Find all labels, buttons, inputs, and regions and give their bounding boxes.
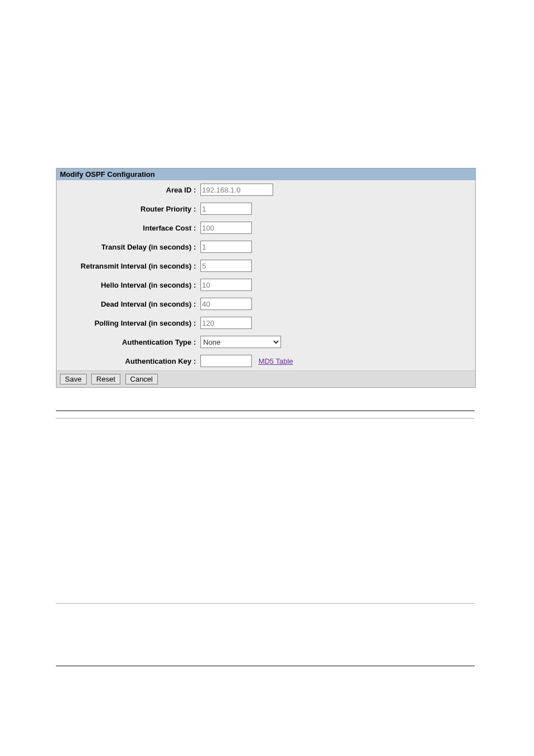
reset-button[interactable]: Reset [91,374,120,384]
ospf-config-panel: Modify OSPF Configuration Area ID : Rout… [56,168,476,388]
divider-4 [56,665,475,666]
hello-interval-input[interactable] [200,279,252,291]
area-id-label: Area ID : [57,180,198,199]
save-button[interactable]: Save [60,374,87,384]
panel-title: Modify OSPF Configuration [57,168,475,180]
polling-interval-label: Polling Interval (in seconds) : [57,313,198,332]
button-row: Save Reset Cancel [57,370,475,387]
router-priority-input[interactable] [200,203,252,215]
transit-delay-input[interactable] [200,241,252,253]
auth-type-label: Authentication Type : [57,332,198,351]
transit-delay-label: Transit Delay (in seconds) : [57,237,198,256]
auth-key-label: Authentication Key : [57,351,198,370]
retransmit-interval-label: Retransmit Interval (in seconds) : [57,256,198,275]
hello-interval-label: Hello Interval (in seconds) : [57,275,198,294]
config-form: Area ID : Router Priority : Interface Co… [57,180,475,370]
auth-key-input[interactable] [200,355,252,367]
divider-3 [56,603,475,604]
router-priority-label: Router Priority : [57,199,198,218]
interface-cost-label: Interface Cost : [57,218,198,237]
dead-interval-input[interactable] [200,298,252,310]
area-id-input[interactable] [200,184,273,196]
cancel-button[interactable]: Cancel [125,374,158,384]
md5-table-link[interactable]: MD5 Table [259,357,293,365]
auth-type-select[interactable]: None [200,336,281,348]
divider-1 [56,410,475,411]
divider-2 [56,418,475,419]
polling-interval-input[interactable] [200,317,252,329]
retransmit-interval-input[interactable] [200,260,252,272]
dead-interval-label: Dead Interval (in seconds) : [57,294,198,313]
interface-cost-input[interactable] [200,222,252,234]
